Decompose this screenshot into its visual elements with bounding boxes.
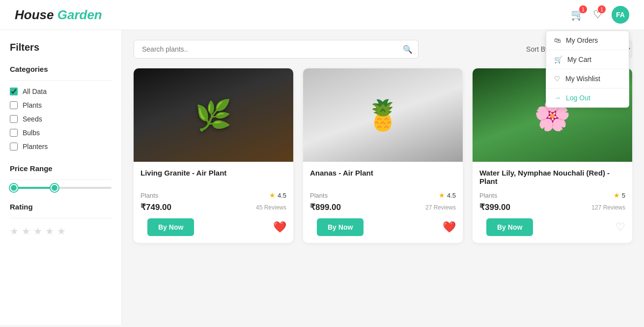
menu-item-my-orders[interactable]: 🛍 My Orders	[546, 31, 629, 50]
checkbox-all-data[interactable]	[10, 88, 18, 95]
menu-wishlist-label: My Wishlist	[565, 75, 600, 83]
rating-star-2: ★	[614, 191, 620, 199]
cart-badge: 1	[579, 5, 587, 13]
menu-orders-label: My Orders	[566, 36, 598, 44]
checkbox-plants[interactable]	[10, 101, 18, 109]
category-plants[interactable]: Plants	[10, 101, 112, 109]
menu-logout-label: Log Out	[566, 94, 590, 102]
product-reviews-2: 127 Reviews	[591, 204, 625, 211]
wishlist-badge: 1	[598, 5, 606, 13]
menu-item-logout[interactable]: → Log Out	[546, 89, 629, 107]
header: House Garden 🛒 1 ♡ 1 FA 🛍 My Orders 🛒 My…	[0, 0, 644, 30]
menu-item-my-wishlist[interactable]: ♡ My Wishlist	[546, 69, 629, 89]
search-input[interactable]	[134, 40, 419, 59]
buy-now-button-1[interactable]: By Now	[317, 218, 364, 236]
product-meta-2: Plants ★ 5	[479, 191, 625, 199]
rating-value-0: 4.5	[278, 192, 286, 199]
price-divider	[10, 179, 112, 180]
product-category-2: Plants	[479, 192, 497, 199]
rating-value-1: 4.5	[447, 192, 456, 199]
wishlist-button-2[interactable]: ♡	[616, 221, 625, 234]
category-plants-label: Plants	[23, 101, 42, 109]
product-price-1: ₹899.00	[310, 202, 341, 212]
product-info-2: Water Lily, Nymphae Nouchali (Red) - Pla…	[473, 162, 632, 243]
product-info-1: Ananas - Air Plant Plants ★ 4.5 ₹899.00 …	[303, 162, 463, 243]
rating-divider	[10, 218, 112, 218]
wishlist-button[interactable]: ♡ 1	[593, 8, 603, 21]
buy-now-button-2[interactable]: By Now	[486, 218, 533, 236]
search-wrapper: 🔍	[134, 40, 419, 59]
category-bulbs[interactable]: Bulbs	[10, 129, 112, 137]
wishlist-button-1[interactable]: ❤️	[443, 221, 456, 234]
category-all-data[interactable]: All Data	[10, 88, 112, 95]
price-range-track	[10, 187, 112, 189]
wishlist-button-0[interactable]: ❤️	[273, 221, 286, 234]
rating-star-0: ★	[269, 191, 276, 199]
category-planters[interactable]: Planters	[10, 143, 112, 150]
product-card-1: 🍍 Ananas - Air Plant Plants ★ 4.5 ₹899.0…	[303, 68, 463, 243]
product-actions-2: By Now ♡	[479, 218, 625, 243]
price-thumb-right[interactable]	[51, 184, 58, 192]
logout-icon: →	[554, 94, 561, 102]
product-image-0: 🌿	[134, 68, 293, 162]
categories-filter: Categories All Data Plants Seeds Bulbs P…	[10, 65, 112, 150]
logo-house: House	[15, 7, 54, 22]
product-category-1: Plants	[310, 192, 328, 199]
product-rating-2: ★ 5	[614, 191, 625, 199]
category-bulbs-label: Bulbs	[23, 129, 40, 137]
price-range-label: Price Range	[10, 164, 112, 173]
logo: House Garden	[15, 7, 102, 23]
cart-menu-icon: 🛒	[554, 56, 562, 63]
product-meta-0: Plants ★ 4.5	[140, 191, 286, 199]
user-dropdown-menu: 🛍 My Orders 🛒 My Cart ♡ My Wishlist → Lo…	[546, 30, 629, 108]
categories-divider	[10, 80, 112, 81]
menu-cart-label: My Cart	[567, 56, 591, 63]
rating-value-2: 5	[622, 192, 625, 199]
rating-filter: Rating ★ ★ ★ ★ ★	[10, 203, 112, 237]
product-price-row-0: ₹749.00 45 Reviews	[140, 202, 286, 212]
wishlist-menu-icon: ♡	[554, 75, 560, 83]
category-planters-label: Planters	[23, 143, 48, 150]
categories-label: Categories	[10, 65, 112, 73]
search-icon: 🔍	[403, 45, 413, 54]
product-info-0: Living Granite - Air Plant Plants ★ 4.5 …	[134, 162, 293, 243]
orders-icon: 🛍	[554, 36, 561, 44]
product-price-row-2: ₹399.00 127 Reviews	[479, 202, 625, 212]
star-3[interactable]: ★	[33, 225, 42, 237]
product-price-0: ₹749.00	[140, 202, 171, 212]
product-price-row-1: ₹899.00 27 Reviews	[310, 202, 456, 212]
product-rating-0: ★ 4.5	[269, 191, 286, 199]
product-reviews-1: 27 Reviews	[425, 204, 456, 211]
checkbox-bulbs[interactable]	[10, 129, 18, 137]
filters-title: Filters	[10, 42, 112, 53]
product-emoji-0: 🌿	[195, 98, 232, 133]
product-name-2: Water Lily, Nymphae Nouchali (Red) - Pla…	[479, 169, 625, 186]
menu-item-my-cart[interactable]: 🛒 My Cart	[546, 50, 629, 69]
product-price-2: ₹399.00	[479, 202, 510, 212]
checkbox-planters[interactable]	[10, 143, 18, 150]
user-avatar-button[interactable]: FA	[612, 6, 629, 24]
sidebar: Filters Categories All Data Plants Seeds…	[0, 30, 122, 325]
rating-star-1: ★	[439, 191, 445, 199]
rating-stars[interactable]: ★ ★ ★ ★ ★	[10, 225, 112, 237]
product-actions-0: By Now ❤️	[140, 218, 286, 243]
category-all-data-label: All Data	[23, 88, 47, 95]
category-seeds[interactable]: Seeds	[10, 115, 112, 123]
cart-button[interactable]: 🛒 1	[571, 8, 584, 21]
product-card-0: 🌿 Living Granite - Air Plant Plants ★ 4.…	[134, 68, 293, 243]
star-2[interactable]: ★	[22, 225, 30, 237]
checkbox-seeds[interactable]	[10, 115, 18, 123]
product-image-1: 🍍	[303, 68, 463, 162]
header-icons: 🛒 1 ♡ 1 FA 🛍 My Orders 🛒 My Cart ♡ My Wi…	[571, 6, 629, 24]
price-thumb-left[interactable]	[10, 184, 18, 192]
star-5[interactable]: ★	[57, 225, 66, 237]
product-meta-1: Plants ★ 4.5	[310, 191, 456, 199]
star-4[interactable]: ★	[45, 225, 54, 237]
product-actions-1: By Now ❤️	[310, 218, 456, 243]
price-range-filter: Price Range	[10, 164, 112, 189]
star-1[interactable]: ★	[10, 225, 19, 237]
product-emoji-1: 🍍	[364, 98, 401, 133]
buy-now-button-0[interactable]: By Now	[147, 218, 194, 236]
logo-garden: Garden	[57, 7, 102, 22]
product-name-1: Ananas - Air Plant	[310, 169, 456, 186]
